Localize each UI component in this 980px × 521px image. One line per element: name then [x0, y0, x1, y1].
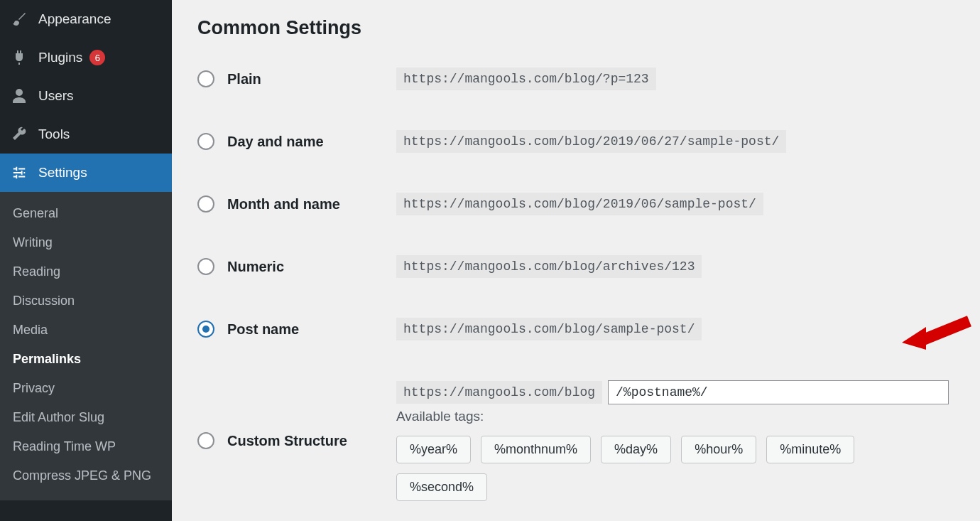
submenu-item-edit-author-slug[interactable]: Edit Author Slug: [0, 403, 172, 432]
option-numeric[interactable]: Numeric: [197, 258, 396, 275]
submenu-item-discussion[interactable]: Discussion: [0, 286, 172, 316]
tag-buttons: %year% %monthnum% %day% %hour% %minute% …: [396, 436, 954, 501]
example-url: https://mangools.com/blog/?p=123: [396, 68, 656, 90]
sidebar-item-users[interactable]: Users: [0, 77, 172, 115]
plugins-badge: 6: [89, 50, 105, 65]
sliders-icon: [10, 163, 28, 182]
submenu-item-reading[interactable]: Reading: [0, 257, 172, 286]
submenu-item-permalinks[interactable]: Permalinks: [0, 345, 172, 374]
submenu-item-compress-jpeg-png[interactable]: Compress JPEG & PNG: [0, 461, 172, 490]
user-icon: [10, 87, 28, 105]
wrench-icon: [10, 125, 28, 144]
option-monthname[interactable]: Month and name: [197, 195, 396, 213]
sidebar-item-label: Settings: [38, 165, 87, 181]
option-label: Custom Structure: [227, 433, 347, 449]
radio-monthname[interactable]: [197, 195, 214, 213]
custom-base-url: https://mangools.com/blog: [396, 381, 602, 404]
sidebar-item-appearance[interactable]: Appearance: [0, 0, 172, 38]
tag-year[interactable]: %year%: [396, 436, 471, 463]
tag-hour[interactable]: %hour%: [681, 436, 756, 463]
custom-structure-input[interactable]: [608, 380, 949, 404]
sidebar-item-settings[interactable]: Settings: [0, 154, 172, 192]
option-label: Plain: [227, 71, 261, 87]
tag-day[interactable]: %day%: [601, 436, 671, 463]
option-row-numeric: Numeric https://mangools.com/blog/archiv…: [197, 255, 954, 318]
sidebar-item-label: Appearance: [38, 11, 111, 27]
option-postname[interactable]: Post name: [197, 321, 396, 338]
section-title: Common Settings: [197, 17, 954, 39]
submenu-item-writing[interactable]: Writing: [0, 228, 172, 257]
option-label: Month and name: [227, 196, 340, 213]
settings-submenu: General Writing Reading Discussion Media…: [0, 192, 172, 500]
admin-sidebar: Appearance Plugins 6 Users Tools Setting…: [0, 0, 172, 521]
tag-monthnum[interactable]: %monthnum%: [481, 436, 591, 463]
submenu-item-privacy[interactable]: Privacy: [0, 374, 172, 403]
radio-custom[interactable]: [197, 432, 214, 449]
option-custom[interactable]: Custom Structure: [197, 432, 396, 449]
option-row-monthname: Month and name https://mangools.com/blog…: [197, 193, 954, 255]
sidebar-item-tools[interactable]: Tools: [0, 115, 172, 154]
radio-plain[interactable]: [197, 70, 214, 87]
submenu-item-media[interactable]: Media: [0, 316, 172, 345]
sidebar-item-label: Users: [38, 88, 74, 104]
radio-dayname[interactable]: [197, 133, 214, 150]
tag-second[interactable]: %second%: [396, 473, 487, 501]
sidebar-item-plugins[interactable]: Plugins 6: [0, 38, 172, 77]
example-url: https://mangools.com/blog/archives/123: [396, 255, 702, 278]
option-label: Numeric: [227, 259, 284, 275]
option-row-plain: Plain https://mangools.com/blog/?p=123: [197, 68, 954, 130]
permalink-options-table: Plain https://mangools.com/blog/?p=123 D…: [197, 68, 954, 521]
radio-postname[interactable]: [197, 321, 214, 338]
option-row-dayname: Day and name https://mangools.com/blog/2…: [197, 130, 954, 193]
example-url: https://mangools.com/blog/sample-post/: [396, 318, 702, 340]
radio-numeric[interactable]: [197, 258, 214, 275]
available-tags-label: Available tags:: [396, 409, 954, 424]
brush-icon: [10, 10, 28, 28]
submenu-item-general[interactable]: General: [0, 199, 172, 228]
option-plain[interactable]: Plain: [197, 70, 396, 87]
example-url: https://mangools.com/blog/2019/06/sample…: [396, 193, 763, 215]
option-label: Day and name: [227, 134, 324, 150]
option-label: Post name: [227, 321, 299, 338]
sidebar-item-label: Tools: [38, 127, 70, 142]
settings-page: Common Settings Plain https://mangools.c…: [172, 0, 980, 521]
plug-icon: [10, 48, 28, 67]
option-row-postname: Post name https://mangools.com/blog/samp…: [197, 318, 954, 380]
option-dayname[interactable]: Day and name: [197, 133, 396, 150]
submenu-item-reading-time-wp[interactable]: Reading Time WP: [0, 432, 172, 461]
sidebar-item-label: Plugins: [38, 50, 82, 65]
example-url: https://mangools.com/blog/2019/06/27/sam…: [396, 130, 786, 153]
tag-minute[interactable]: %minute%: [766, 436, 854, 463]
option-row-custom: Custom Structure https://mangools.com/bl…: [197, 380, 954, 521]
